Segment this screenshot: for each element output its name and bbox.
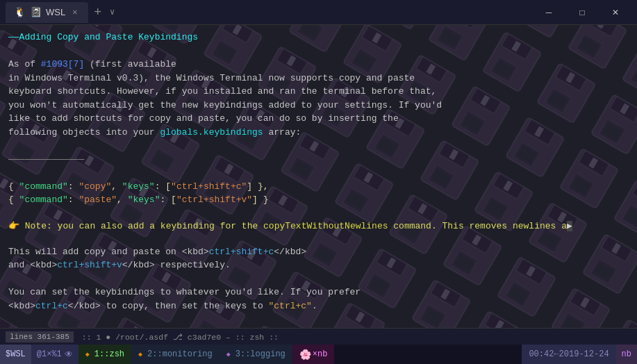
path-info: :: 1 ● /root/.asdf ⎇ c3ad7e0 – :: zsh :: [82,332,279,342]
tmux-nb-segment[interactable]: 🌸 ×nb [292,345,335,364]
tmux-nb-icon: 🌸 [299,349,311,361]
blank-3 [8,166,629,180]
blank-2 [8,139,629,153]
content-line-8: and <kbd>ctrl+shift+v</kbd> respectively… [8,258,629,272]
tab-dropdown-button[interactable]: ∨ [107,7,117,17]
tmux-name-label: nb [622,349,631,359]
tmux-wsl-label: $WSL [6,349,26,359]
lines-indicator: lines 361-385 [6,331,74,342]
diamond-icon-1: ◆ [85,350,90,358]
blank-6 [8,272,629,286]
terminal-area: ——Adding Copy and Paste Keybindings As o… [0,25,637,364]
tmux-name-segment: nb [616,345,637,364]
tab-nb-icon: 🐧 [14,6,26,18]
statusbar: lines 361-385 :: 1 ● /root/.asdf ⎇ c3ad7… [0,328,637,345]
tab-nb-icon2: 📓 [30,6,42,18]
tmux-pane-label: @1×%1 [37,349,62,359]
code-line-2: { "command": "paste", "keys": ["ctrl+shi… [8,193,629,207]
titlebar: 🐧 📓 WSL ✕ + ∨ ─ □ ✕ [0,0,637,25]
tmux-pane-icon: 👁 [65,349,73,360]
tmux-wsl-segment: $WSL [0,345,31,364]
tmux-statusbar: $WSL @1×%1 👁 ◆ 1::zsh ◆ 2::monitoring ◆ … [0,345,637,364]
content-line-3: keyboard shortcuts. However, if you inst… [8,85,629,99]
window-controls: ─ □ ✕ [533,2,631,23]
tab-close-button[interactable]: ✕ [69,6,80,19]
content-line-4: you won't automatically get the new keyb… [8,99,629,113]
tmux-nb-label: ×nb [313,349,328,359]
tmux-time-segment: 00:42←2019-12-24 [522,345,615,364]
code-line-1: { "command": "copy", "keys": ["ctrl+shif… [8,180,629,194]
tab-area: 🐧 📓 WSL ✕ + ∨ [6,2,533,23]
tab-label: WSL [46,7,65,17]
divider: —————————————— [8,153,629,167]
section-heading: ——Adding Copy and Paste Keybindings [8,31,629,44]
blank-7 [8,313,629,326]
diamond-icon-3: ◆ [226,350,231,358]
content-line-10: <kbd>ctrl+c</kbd> to copy, then set the … [8,299,629,313]
blank-5 [8,231,629,245]
tmux-monitoring-segment[interactable]: ◆ 2::monitoring [131,345,220,364]
minimize-button[interactable]: ─ [533,2,565,23]
content-line-5: like to add shortcuts for copy and paste… [8,112,629,126]
content-line-2: in Windows Terminal v0.3), the Windows T… [8,72,629,85]
tmux-time-label: 00:42←2019-12-24 [529,349,609,359]
new-tab-button[interactable]: + [88,5,107,19]
content-line-7: This will add copy and paste on <kbd>ctr… [8,245,629,259]
content-line-9: You can set the keybindings to whatever … [8,286,629,299]
tmux-monitoring-label: 2::monitoring [147,349,213,359]
diamond-icon-2: ◆ [138,350,142,358]
maximize-button[interactable]: □ [566,2,598,23]
active-tab[interactable]: 🐧 📓 WSL ✕ [6,2,88,23]
tmux-pane-segment: @1×%1 👁 [31,345,78,364]
tmux-zsh-label: 1::zsh [94,349,124,359]
content-line-6: following objects into your globals.keyb… [8,126,629,140]
tmux-logging-label: 3::logging [235,349,286,359]
blank-4 [8,207,629,221]
note-line: 👉 Note: you can also add a keybinding fo… [8,220,629,231]
close-button[interactable]: ✕ [599,2,631,23]
tmux-zsh-segment[interactable]: ◆ 1::zsh [78,345,131,364]
tmux-logging-segment[interactable]: ◆ 3::logging [220,345,292,364]
terminal-content: ——Adding Copy and Paste Keybindings As o… [0,25,637,328]
blank-1 [8,44,629,58]
content-line-1: As of #1093[7] (first available [8,58,629,72]
